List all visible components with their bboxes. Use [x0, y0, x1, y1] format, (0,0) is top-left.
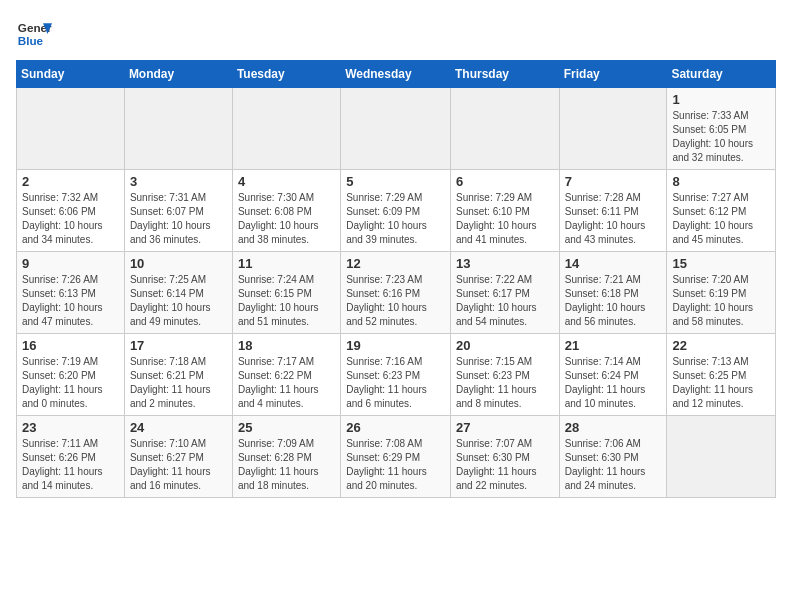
- day-info: Sunrise: 7:27 AM Sunset: 6:12 PM Dayligh…: [672, 191, 770, 247]
- day-info: Sunrise: 7:15 AM Sunset: 6:23 PM Dayligh…: [456, 355, 554, 411]
- day-number: 17: [130, 338, 227, 353]
- calendar-week-row: 16Sunrise: 7:19 AM Sunset: 6:20 PM Dayli…: [17, 334, 776, 416]
- calendar-cell: 10Sunrise: 7:25 AM Sunset: 6:14 PM Dayli…: [124, 252, 232, 334]
- day-number: 21: [565, 338, 662, 353]
- calendar-cell: 25Sunrise: 7:09 AM Sunset: 6:28 PM Dayli…: [232, 416, 340, 498]
- weekday-header: Sunday: [17, 61, 125, 88]
- day-number: 11: [238, 256, 335, 271]
- calendar-week-row: 2Sunrise: 7:32 AM Sunset: 6:06 PM Daylig…: [17, 170, 776, 252]
- day-info: Sunrise: 7:28 AM Sunset: 6:11 PM Dayligh…: [565, 191, 662, 247]
- day-number: 4: [238, 174, 335, 189]
- day-number: 25: [238, 420, 335, 435]
- weekday-header: Saturday: [667, 61, 776, 88]
- day-number: 7: [565, 174, 662, 189]
- calendar-cell: 2Sunrise: 7:32 AM Sunset: 6:06 PM Daylig…: [17, 170, 125, 252]
- day-info: Sunrise: 7:08 AM Sunset: 6:29 PM Dayligh…: [346, 437, 445, 493]
- day-info: Sunrise: 7:14 AM Sunset: 6:24 PM Dayligh…: [565, 355, 662, 411]
- day-info: Sunrise: 7:25 AM Sunset: 6:14 PM Dayligh…: [130, 273, 227, 329]
- calendar-cell: 26Sunrise: 7:08 AM Sunset: 6:29 PM Dayli…: [341, 416, 451, 498]
- day-info: Sunrise: 7:09 AM Sunset: 6:28 PM Dayligh…: [238, 437, 335, 493]
- calendar-week-row: 23Sunrise: 7:11 AM Sunset: 6:26 PM Dayli…: [17, 416, 776, 498]
- day-info: Sunrise: 7:32 AM Sunset: 6:06 PM Dayligh…: [22, 191, 119, 247]
- day-info: Sunrise: 7:07 AM Sunset: 6:30 PM Dayligh…: [456, 437, 554, 493]
- calendar-cell: [124, 88, 232, 170]
- day-number: 2: [22, 174, 119, 189]
- day-number: 28: [565, 420, 662, 435]
- day-info: Sunrise: 7:21 AM Sunset: 6:18 PM Dayligh…: [565, 273, 662, 329]
- calendar-cell: 24Sunrise: 7:10 AM Sunset: 6:27 PM Dayli…: [124, 416, 232, 498]
- day-info: Sunrise: 7:29 AM Sunset: 6:10 PM Dayligh…: [456, 191, 554, 247]
- weekday-header: Tuesday: [232, 61, 340, 88]
- calendar-cell: 28Sunrise: 7:06 AM Sunset: 6:30 PM Dayli…: [559, 416, 667, 498]
- calendar-cell: 13Sunrise: 7:22 AM Sunset: 6:17 PM Dayli…: [450, 252, 559, 334]
- calendar-header: SundayMondayTuesdayWednesdayThursdayFrid…: [17, 61, 776, 88]
- day-number: 6: [456, 174, 554, 189]
- weekday-header: Wednesday: [341, 61, 451, 88]
- day-info: Sunrise: 7:30 AM Sunset: 6:08 PM Dayligh…: [238, 191, 335, 247]
- day-number: 13: [456, 256, 554, 271]
- day-info: Sunrise: 7:29 AM Sunset: 6:09 PM Dayligh…: [346, 191, 445, 247]
- day-info: Sunrise: 7:06 AM Sunset: 6:30 PM Dayligh…: [565, 437, 662, 493]
- calendar-cell: [450, 88, 559, 170]
- day-number: 23: [22, 420, 119, 435]
- day-info: Sunrise: 7:24 AM Sunset: 6:15 PM Dayligh…: [238, 273, 335, 329]
- day-info: Sunrise: 7:31 AM Sunset: 6:07 PM Dayligh…: [130, 191, 227, 247]
- day-info: Sunrise: 7:19 AM Sunset: 6:20 PM Dayligh…: [22, 355, 119, 411]
- day-number: 1: [672, 92, 770, 107]
- day-number: 15: [672, 256, 770, 271]
- calendar-body: 1Sunrise: 7:33 AM Sunset: 6:05 PM Daylig…: [17, 88, 776, 498]
- calendar-cell: 4Sunrise: 7:30 AM Sunset: 6:08 PM Daylig…: [232, 170, 340, 252]
- weekday-header: Thursday: [450, 61, 559, 88]
- page-header: General Blue: [16, 16, 776, 52]
- day-number: 9: [22, 256, 119, 271]
- day-info: Sunrise: 7:22 AM Sunset: 6:17 PM Dayligh…: [456, 273, 554, 329]
- calendar-cell: [559, 88, 667, 170]
- day-number: 26: [346, 420, 445, 435]
- calendar-cell: 16Sunrise: 7:19 AM Sunset: 6:20 PM Dayli…: [17, 334, 125, 416]
- calendar-cell: 23Sunrise: 7:11 AM Sunset: 6:26 PM Dayli…: [17, 416, 125, 498]
- day-number: 8: [672, 174, 770, 189]
- calendar-cell: 1Sunrise: 7:33 AM Sunset: 6:05 PM Daylig…: [667, 88, 776, 170]
- logo: General Blue: [16, 16, 54, 52]
- calendar-cell: [667, 416, 776, 498]
- day-number: 19: [346, 338, 445, 353]
- svg-text:Blue: Blue: [18, 34, 44, 47]
- day-info: Sunrise: 7:10 AM Sunset: 6:27 PM Dayligh…: [130, 437, 227, 493]
- calendar-cell: 15Sunrise: 7:20 AM Sunset: 6:19 PM Dayli…: [667, 252, 776, 334]
- calendar-cell: 17Sunrise: 7:18 AM Sunset: 6:21 PM Dayli…: [124, 334, 232, 416]
- weekday-row: SundayMondayTuesdayWednesdayThursdayFrid…: [17, 61, 776, 88]
- day-info: Sunrise: 7:11 AM Sunset: 6:26 PM Dayligh…: [22, 437, 119, 493]
- calendar-cell: 7Sunrise: 7:28 AM Sunset: 6:11 PM Daylig…: [559, 170, 667, 252]
- day-info: Sunrise: 7:17 AM Sunset: 6:22 PM Dayligh…: [238, 355, 335, 411]
- day-number: 5: [346, 174, 445, 189]
- calendar-cell: 11Sunrise: 7:24 AM Sunset: 6:15 PM Dayli…: [232, 252, 340, 334]
- calendar-cell: 14Sunrise: 7:21 AM Sunset: 6:18 PM Dayli…: [559, 252, 667, 334]
- calendar-cell: 19Sunrise: 7:16 AM Sunset: 6:23 PM Dayli…: [341, 334, 451, 416]
- weekday-header: Monday: [124, 61, 232, 88]
- calendar-cell: [232, 88, 340, 170]
- day-info: Sunrise: 7:13 AM Sunset: 6:25 PM Dayligh…: [672, 355, 770, 411]
- day-number: 14: [565, 256, 662, 271]
- logo-icon: General Blue: [16, 16, 52, 52]
- calendar-cell: 20Sunrise: 7:15 AM Sunset: 6:23 PM Dayli…: [450, 334, 559, 416]
- day-number: 22: [672, 338, 770, 353]
- day-info: Sunrise: 7:23 AM Sunset: 6:16 PM Dayligh…: [346, 273, 445, 329]
- weekday-header: Friday: [559, 61, 667, 88]
- calendar-cell: 3Sunrise: 7:31 AM Sunset: 6:07 PM Daylig…: [124, 170, 232, 252]
- calendar-cell: [341, 88, 451, 170]
- day-number: 10: [130, 256, 227, 271]
- calendar-cell: 12Sunrise: 7:23 AM Sunset: 6:16 PM Dayli…: [341, 252, 451, 334]
- day-info: Sunrise: 7:33 AM Sunset: 6:05 PM Dayligh…: [672, 109, 770, 165]
- day-info: Sunrise: 7:18 AM Sunset: 6:21 PM Dayligh…: [130, 355, 227, 411]
- day-number: 12: [346, 256, 445, 271]
- calendar-cell: 9Sunrise: 7:26 AM Sunset: 6:13 PM Daylig…: [17, 252, 125, 334]
- calendar-cell: 8Sunrise: 7:27 AM Sunset: 6:12 PM Daylig…: [667, 170, 776, 252]
- day-number: 27: [456, 420, 554, 435]
- calendar-cell: 18Sunrise: 7:17 AM Sunset: 6:22 PM Dayli…: [232, 334, 340, 416]
- calendar-week-row: 1Sunrise: 7:33 AM Sunset: 6:05 PM Daylig…: [17, 88, 776, 170]
- calendar-table: SundayMondayTuesdayWednesdayThursdayFrid…: [16, 60, 776, 498]
- day-info: Sunrise: 7:16 AM Sunset: 6:23 PM Dayligh…: [346, 355, 445, 411]
- calendar-cell: [17, 88, 125, 170]
- day-info: Sunrise: 7:26 AM Sunset: 6:13 PM Dayligh…: [22, 273, 119, 329]
- calendar-cell: 5Sunrise: 7:29 AM Sunset: 6:09 PM Daylig…: [341, 170, 451, 252]
